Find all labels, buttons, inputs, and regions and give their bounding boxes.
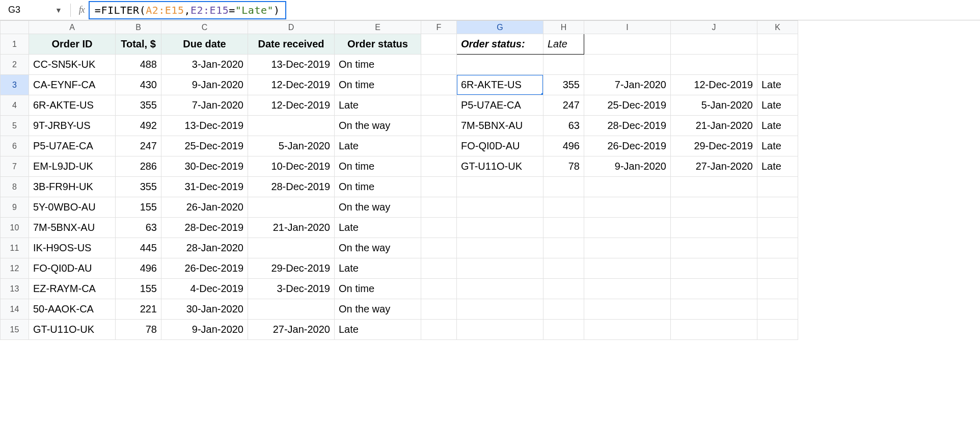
cell-I5[interactable]: 28-Dec-2019 [584,116,671,136]
cell-F6[interactable] [421,136,457,156]
cell-G13[interactable] [457,279,543,299]
cell-K4[interactable]: Late [757,95,798,116]
cell-H8[interactable] [543,177,584,197]
cell-A13[interactable]: EZ-RAYM-CA [29,279,116,299]
cell-F1[interactable] [421,34,457,55]
cell-C8[interactable]: 31-Dec-2019 [161,177,248,197]
cell-C4[interactable]: 7-Jan-2020 [161,95,248,116]
cell-F10[interactable] [421,218,457,238]
cell-A9[interactable]: 5Y-0WBO-AU [29,197,116,218]
cell-G7[interactable]: GT-U11O-UK [457,156,543,177]
formula-input[interactable]: =FILTER(A2:E15,E2:E15="Late") [89,1,286,19]
cell-C15[interactable]: 9-Jan-2020 [161,320,248,340]
cell-B1[interactable]: Total, $ [116,34,161,55]
cell-B2[interactable]: 488 [116,55,161,75]
row-header-1[interactable]: 1 [1,34,29,55]
cell-F4[interactable] [421,95,457,116]
cell-I2[interactable] [584,55,671,75]
cell-I4[interactable]: 25-Dec-2019 [584,95,671,116]
cell-D2[interactable]: 13-Dec-2019 [248,55,335,75]
cell-E4[interactable]: Late [335,95,421,116]
cell-B8[interactable]: 355 [116,177,161,197]
cell-E8[interactable]: On time [335,177,421,197]
cell-G10[interactable] [457,218,543,238]
row-header-6[interactable]: 6 [1,136,29,156]
col-header-I[interactable]: I [584,21,671,34]
cell-F8[interactable] [421,177,457,197]
cell-H7[interactable]: 78 [543,156,584,177]
cell-I14[interactable] [584,299,671,320]
cell-G6[interactable]: FO-QI0D-AU [457,136,543,156]
cell-F13[interactable] [421,279,457,299]
cell-K13[interactable] [757,279,798,299]
cell-K2[interactable] [757,55,798,75]
cell-J6[interactable]: 29-Dec-2019 [671,136,757,156]
cell-D13[interactable]: 3-Dec-2019 [248,279,335,299]
cell-J9[interactable] [671,197,757,218]
cell-D12[interactable]: 29-Dec-2019 [248,258,335,279]
cell-F3[interactable] [421,75,457,95]
cell-D4[interactable]: 12-Dec-2019 [248,95,335,116]
cell-J14[interactable] [671,299,757,320]
cell-B14[interactable]: 221 [116,299,161,320]
cell-E10[interactable]: Late [335,218,421,238]
cell-B4[interactable]: 355 [116,95,161,116]
cell-K7[interactable]: Late [757,156,798,177]
cell-J5[interactable]: 21-Jan-2020 [671,116,757,136]
cell-C1[interactable]: Due date [161,34,248,55]
cell-B12[interactable]: 496 [116,258,161,279]
row-header-3[interactable]: 3 [1,75,29,95]
col-header-C[interactable]: C [161,21,248,34]
cell-H6[interactable]: 496 [543,136,584,156]
cell-I7[interactable]: 9-Jan-2020 [584,156,671,177]
row-header-11[interactable]: 11 [1,238,29,258]
cell-C10[interactable]: 28-Dec-2019 [161,218,248,238]
cell-G5[interactable]: 7M-5BNX-AU [457,116,543,136]
cell-I15[interactable] [584,320,671,340]
cell-A10[interactable]: 7M-5BNX-AU [29,218,116,238]
cell-F15[interactable] [421,320,457,340]
cell-K1[interactable] [757,34,798,55]
cell-C9[interactable]: 26-Jan-2020 [161,197,248,218]
cell-I8[interactable] [584,177,671,197]
cell-I1[interactable] [584,34,671,55]
select-all-corner[interactable] [1,21,29,34]
cell-E13[interactable]: On time [335,279,421,299]
cell-C6[interactable]: 25-Dec-2019 [161,136,248,156]
cell-D10[interactable]: 21-Jan-2020 [248,218,335,238]
cell-G8[interactable] [457,177,543,197]
cell-G3[interactable]: 6R-AKTE-US [457,75,543,95]
cell-E12[interactable]: Late [335,258,421,279]
cell-I6[interactable]: 26-Dec-2019 [584,136,671,156]
cell-A2[interactable]: CC-SN5K-UK [29,55,116,75]
cell-I12[interactable] [584,258,671,279]
cell-A1[interactable]: Order ID [29,34,116,55]
col-header-H[interactable]: H [543,21,584,34]
cell-K12[interactable] [757,258,798,279]
cell-E11[interactable]: On the way [335,238,421,258]
cell-J7[interactable]: 27-Jan-2020 [671,156,757,177]
cell-J12[interactable] [671,258,757,279]
cell-A3[interactable]: CA-EYNF-CA [29,75,116,95]
cell-K10[interactable] [757,218,798,238]
row-header-10[interactable]: 10 [1,218,29,238]
cell-K3[interactable]: Late [757,75,798,95]
cell-D6[interactable]: 5-Jan-2020 [248,136,335,156]
cell-K9[interactable] [757,197,798,218]
cell-J8[interactable] [671,177,757,197]
cell-C2[interactable]: 3-Jan-2020 [161,55,248,75]
cell-B9[interactable]: 155 [116,197,161,218]
cell-D9[interactable] [248,197,335,218]
row-header-4[interactable]: 4 [1,95,29,116]
cell-H11[interactable] [543,238,584,258]
row-header-13[interactable]: 13 [1,279,29,299]
cell-C13[interactable]: 4-Dec-2019 [161,279,248,299]
row-header-8[interactable]: 8 [1,177,29,197]
cell-B13[interactable]: 155 [116,279,161,299]
row-header-12[interactable]: 12 [1,258,29,279]
cell-B6[interactable]: 247 [116,136,161,156]
cell-J3[interactable]: 12-Dec-2019 [671,75,757,95]
cell-K11[interactable] [757,238,798,258]
cell-D14[interactable] [248,299,335,320]
col-header-D[interactable]: D [248,21,335,34]
